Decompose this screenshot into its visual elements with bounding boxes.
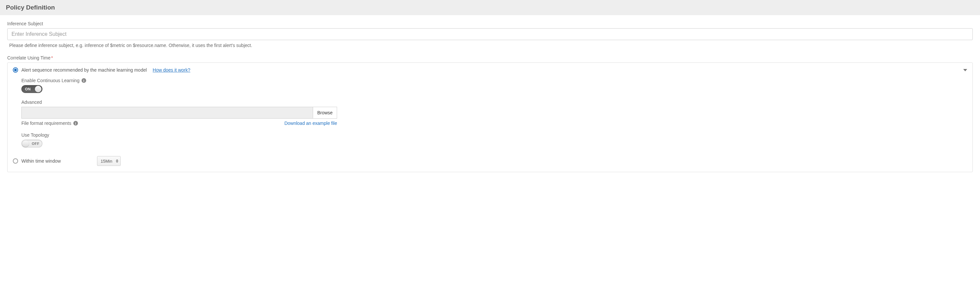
required-indicator: * — [51, 55, 53, 60]
correlate-time-label: Correlate Using Time* — [7, 55, 973, 60]
info-icon[interactable]: i — [73, 121, 78, 125]
ml-option-row: Alert sequence recommended by the machin… — [13, 67, 967, 73]
topology-label: Use Topology — [21, 133, 49, 138]
topology-block: Use Topology OFF — [21, 133, 967, 147]
file-input-row: Browse — [21, 107, 337, 119]
inference-subject-input[interactable] — [7, 28, 973, 40]
correlate-time-group: Correlate Using Time* Alert sequence rec… — [7, 55, 973, 172]
advanced-label: Advanced — [21, 100, 42, 105]
continuous-learning-label: Enable Continuous Learning i — [21, 78, 86, 83]
file-meta-row: File format requirements i Download an e… — [21, 120, 337, 128]
time-window-select[interactable]: 15Min — [97, 156, 121, 166]
section-header: Policy Definition — [0, 0, 980, 15]
inference-subject-group: Inference Subject Please define inferenc… — [7, 21, 973, 48]
info-icon[interactable]: i — [81, 78, 86, 83]
correlate-options-box: Alert sequence recommended by the machin… — [7, 62, 973, 172]
radio-time-window[interactable] — [13, 158, 18, 164]
section-title: Policy Definition — [6, 4, 974, 11]
inference-subject-help: Please define inference subject, e.g. in… — [7, 43, 973, 48]
ml-option-details: Enable Continuous Learning i ON Advanced — [13, 78, 967, 147]
time-window-label: Within time window — [21, 158, 94, 164]
how-does-it-work-link[interactable]: How does it work? — [153, 67, 190, 73]
collapse-caret-icon[interactable] — [963, 69, 967, 71]
file-format-label: File format requirements i — [21, 120, 78, 126]
continuous-learning-block: Enable Continuous Learning i ON — [21, 78, 967, 93]
file-path-display — [21, 107, 313, 119]
radio-ml-model[interactable] — [13, 67, 18, 73]
time-window-row: Within time window 15Min — [13, 156, 967, 166]
download-example-link[interactable]: Download an example file — [285, 120, 337, 128]
section-body: Inference Subject Please define inferenc… — [0, 15, 980, 185]
continuous-learning-toggle[interactable]: ON — [21, 85, 43, 93]
inference-subject-label: Inference Subject — [7, 21, 973, 26]
ml-option-label: Alert sequence recommended by the machin… — [21, 67, 147, 73]
topology-toggle[interactable]: OFF — [21, 140, 43, 147]
browse-button[interactable]: Browse — [313, 107, 337, 119]
advanced-block: Advanced Browse File format requirements… — [21, 100, 967, 128]
